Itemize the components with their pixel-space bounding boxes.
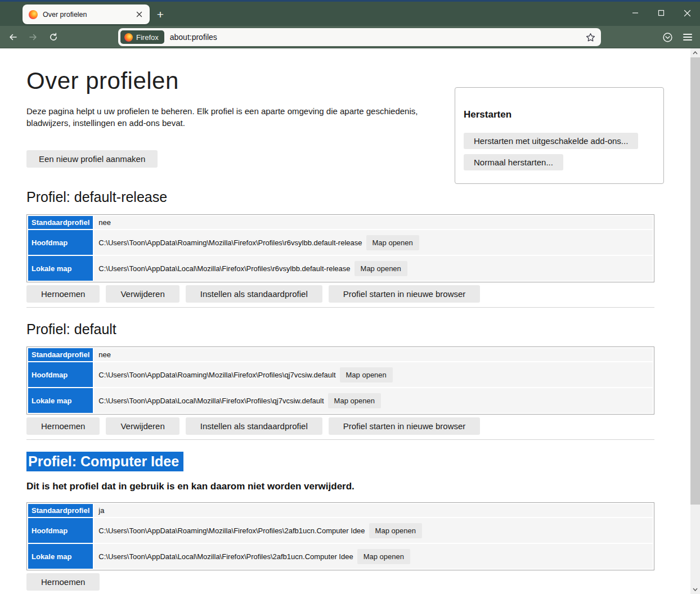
open-folder-button[interactable]: Map openen <box>328 393 381 408</box>
profile-row-value-cell: C:\Users\Toon\AppData\Roaming\Mozilla\Fi… <box>94 362 653 387</box>
profile-row-label: Lokale map <box>28 544 93 569</box>
restart-normal-button[interactable]: Normaal herstarten... <box>464 154 563 170</box>
profile-row-value-cell: ja <box>94 504 653 517</box>
profile-row-label: Hoofdmap <box>28 362 93 387</box>
page-intro: Deze pagina helpt u uw profielen te behe… <box>26 106 423 129</box>
profile-row-value: C:\Users\Toon\AppData\Roaming\Mozilla\Fi… <box>98 371 335 379</box>
table-row: HoofdmapC:\Users\Toon\AppData\Roaming\Mo… <box>28 230 653 255</box>
profile-row-value-cell: nee <box>94 216 653 229</box>
browser-tab[interactable]: Over profielen <box>23 4 150 24</box>
pocket-icon[interactable] <box>658 28 676 46</box>
table-row: Lokale mapC:\Users\Toon\AppData\Local\Mo… <box>28 388 653 413</box>
scrollbar-thumb[interactable] <box>690 57 700 505</box>
minimize-button[interactable] <box>622 0 648 26</box>
profile-heading-text: Profiel: default-release <box>26 189 167 205</box>
profile-row-label: Hoofdmap <box>28 230 93 255</box>
close-window-button[interactable] <box>674 0 700 26</box>
restart-title: Herstarten <box>464 109 655 120</box>
restart-addons-disabled-button[interactable]: Herstarten met uitgeschakelde add-ons... <box>464 133 638 149</box>
page-content: Herstarten Herstarten met uitgeschakelde… <box>0 48 700 594</box>
profile-row-value: C:\Users\Toon\AppData\Local\Mozilla\Fire… <box>98 552 353 561</box>
profile-row-value: C:\Users\Toon\AppData\Local\Mozilla\Fire… <box>98 397 324 405</box>
scrollbar-up-icon[interactable] <box>690 48 700 57</box>
profile-row-label: Standaardprofiel <box>28 504 93 517</box>
open-folder-button[interactable]: Map openen <box>355 261 407 276</box>
profile-section: Profiel: defaultStandaardprofielneeHoofd… <box>26 321 654 440</box>
bookmark-star-icon[interactable] <box>584 31 596 43</box>
profile-action-button[interactable]: Verwijderen <box>106 285 179 303</box>
section-divider <box>26 307 654 308</box>
open-folder-button[interactable]: Map openen <box>357 549 410 564</box>
profile-row-value-cell: C:\Users\Toon\AppData\Local\Mozilla\Fire… <box>94 388 653 413</box>
table-row: HoofdmapC:\Users\Toon\AppData\Roaming\Mo… <box>28 362 653 387</box>
search-engine-chip-label: Firefox <box>136 33 159 42</box>
table-row: Standaardprofielnee <box>28 348 653 361</box>
table-row: Lokale mapC:\Users\Toon\AppData\Local\Mo… <box>28 256 653 281</box>
profile-row-label: Standaardprofiel <box>28 348 93 361</box>
profile-row-label: Lokale map <box>28 388 93 413</box>
profile-section: Profiel: Computer IdeeDit is het profiel… <box>26 453 654 591</box>
tab-title: Over profielen <box>43 11 133 19</box>
hamburger-menu-icon[interactable] <box>679 28 697 46</box>
profile-row-label: Lokale map <box>28 256 93 281</box>
window-controls <box>622 0 700 26</box>
maximize-button[interactable] <box>648 0 674 26</box>
profile-actions: Hernoemen <box>26 573 654 591</box>
table-row: Standaardprofielnee <box>28 216 653 229</box>
open-folder-button[interactable]: Map openen <box>340 367 393 382</box>
profile-heading: Profiel: Computer Idee <box>26 453 654 470</box>
url-text[interactable]: about:profiles <box>170 33 584 42</box>
profile-actions: HernoemenVerwijderenInstellen als standa… <box>26 417 654 435</box>
section-divider <box>26 439 654 440</box>
profile-action-button[interactable]: Profiel starten in nieuwe browser <box>329 285 481 303</box>
reload-button[interactable] <box>44 28 62 46</box>
profile-row-label: Standaardprofiel <box>28 216 93 229</box>
profile-in-use-note: Dit is het profiel dat in gebruik is en … <box>26 481 654 492</box>
profile-actions: HernoemenVerwijderenInstellen als standa… <box>26 285 654 303</box>
vertical-scrollbar[interactable] <box>690 48 700 594</box>
profile-heading-text: Profiel: default <box>26 321 116 337</box>
profile-row-value: nee <box>98 350 111 359</box>
table-row: HoofdmapC:\Users\Toon\AppData\Roaming\Mo… <box>28 518 653 543</box>
firefox-logo-icon <box>124 33 133 42</box>
open-folder-button[interactable]: Map openen <box>369 523 422 538</box>
firefox-favicon-icon <box>29 10 38 19</box>
profile-action-button[interactable]: Instellen als standaardprofiel <box>186 285 322 303</box>
profile-row-label: Hoofdmap <box>28 518 93 543</box>
profile-action-button[interactable]: Hernoemen <box>26 573 100 591</box>
profile-row-value: nee <box>98 218 111 227</box>
profile-table: StandaardprofieljaHoofdmapC:\Users\Toon\… <box>26 502 654 570</box>
profile-row-value-cell: C:\Users\Toon\AppData\Local\Mozilla\Fire… <box>94 544 653 569</box>
profile-row-value: C:\Users\Toon\AppData\Roaming\Mozilla\Fi… <box>98 238 362 247</box>
profile-action-button[interactable]: Instellen als standaardprofiel <box>186 417 322 435</box>
profile-action-button[interactable]: Hernoemen <box>26 285 100 303</box>
profiles-list: Profiel: default-releaseStandaardprofiel… <box>26 189 654 591</box>
browser-window: Over profielen + <box>0 0 700 594</box>
create-profile-button[interactable]: Een nieuw profiel aanmaken <box>26 150 158 168</box>
profile-action-button[interactable]: Verwijderen <box>106 417 179 435</box>
profile-row-value-cell: C:\Users\Toon\AppData\Local\Mozilla\Fire… <box>94 256 653 281</box>
url-bar[interactable]: Firefox about:profiles <box>118 28 601 46</box>
profile-action-button[interactable]: Hernoemen <box>26 417 100 435</box>
forward-button[interactable] <box>24 28 42 46</box>
profile-row-value: ja <box>98 506 104 515</box>
profile-row-value-cell: C:\Users\Toon\AppData\Roaming\Mozilla\Fi… <box>94 230 653 255</box>
profile-row-value: C:\Users\Toon\AppData\Roaming\Mozilla\Fi… <box>98 526 365 535</box>
nav-toolbar: Firefox about:profiles <box>0 26 700 48</box>
search-engine-chip[interactable]: Firefox <box>120 30 164 44</box>
open-folder-button[interactable]: Map openen <box>366 235 419 250</box>
profile-row-value-cell: nee <box>94 348 653 361</box>
restart-panel: Herstarten Herstarten met uitgeschakelde… <box>455 87 664 184</box>
profile-heading: Profiel: default <box>26 321 654 338</box>
table-row: Lokale mapC:\Users\Toon\AppData\Local\Mo… <box>28 544 653 569</box>
table-row: Standaardprofielja <box>28 504 653 517</box>
profile-action-button[interactable]: Profiel starten in nieuwe browser <box>329 417 481 435</box>
profile-table: StandaardprofielneeHoofdmapC:\Users\Toon… <box>26 346 654 415</box>
scrollbar-down-icon[interactable] <box>690 585 700 594</box>
profile-row-value: C:\Users\Toon\AppData\Local\Mozilla\Fire… <box>98 264 350 273</box>
new-tab-button[interactable]: + <box>152 7 168 22</box>
tab-close-icon[interactable] <box>133 9 145 20</box>
profile-heading: Profiel: default-release <box>26 189 654 205</box>
back-button[interactable] <box>4 28 22 46</box>
profile-row-value-cell: C:\Users\Toon\AppData\Roaming\Mozilla\Fi… <box>94 518 653 543</box>
